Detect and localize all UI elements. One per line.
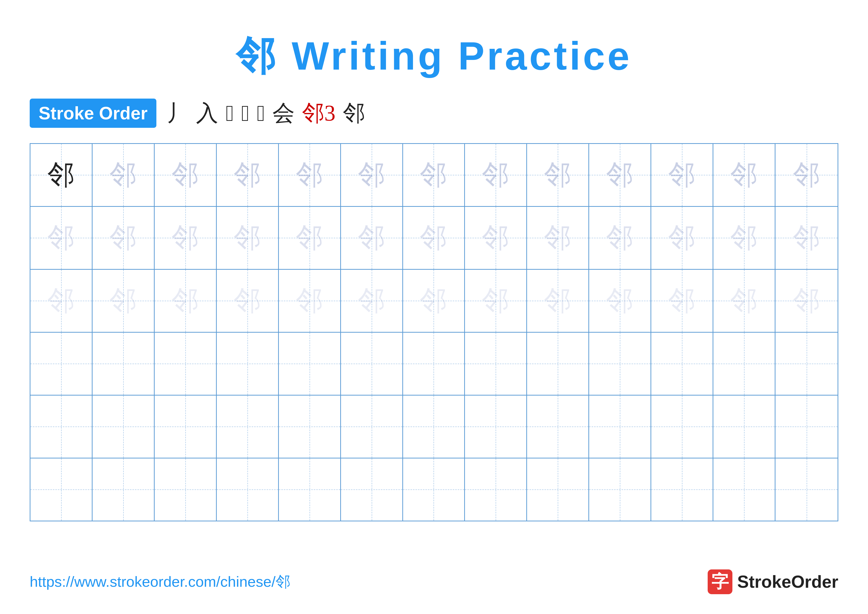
grid-cell[interactable] (775, 459, 837, 521)
grid-cell[interactable] (341, 459, 403, 521)
practice-char: 邻 (48, 287, 75, 314)
grid-cell: 邻 (465, 144, 527, 206)
practice-char: 邻 (110, 224, 137, 252)
grid-cell[interactable] (31, 459, 93, 521)
stroke-7: 邻3 (302, 98, 336, 128)
grid-cell[interactable] (217, 333, 279, 395)
grid-cell[interactable] (775, 396, 837, 458)
practice-char: 邻 (606, 224, 634, 252)
stroke-5: 𠄢 (257, 101, 265, 126)
grid-cell: 邻 (341, 144, 403, 206)
grid-cell[interactable] (93, 396, 155, 458)
grid-cell: 邻 (775, 144, 837, 206)
grid-cell: 邻 (651, 144, 713, 206)
practice-char: 邻 (234, 161, 261, 188)
practice-char: 邻 (420, 287, 447, 314)
grid-cell: 邻 (713, 207, 775, 269)
stroke-order-badge: Stroke Order (30, 99, 157, 128)
practice-char: 邻 (110, 161, 137, 188)
grid-cell[interactable] (279, 459, 341, 521)
grid-cell[interactable] (465, 396, 527, 458)
grid-cell[interactable] (403, 333, 465, 395)
grid-cell[interactable] (465, 333, 527, 395)
grid-cell[interactable] (713, 333, 775, 395)
grid-cell[interactable] (93, 333, 155, 395)
grid-cell: 邻 (217, 207, 279, 269)
grid-cell[interactable] (31, 333, 93, 395)
grid-cell: 邻 (155, 144, 217, 206)
grid-cell[interactable] (713, 459, 775, 521)
grid-cell[interactable] (775, 333, 837, 395)
practice-char: 邻 (48, 161, 75, 188)
grid-cell: 邻 (589, 270, 651, 332)
practice-char: 邻 (668, 161, 696, 188)
grid-cell: 邻 (713, 270, 775, 332)
grid-cell: 邻 (217, 270, 279, 332)
practice-char: 邻 (358, 287, 385, 314)
logo-char: 字 (711, 570, 729, 594)
stroke-2: 入 (196, 98, 218, 128)
grid-cell[interactable] (31, 396, 93, 458)
practice-char: 邻 (730, 161, 758, 188)
stroke-order-section: Stroke Order 丿 入 𠂆 𠃊 𠄢 会 邻3 邻 (30, 98, 838, 128)
footer-logo: 字 StrokeOrder (708, 569, 838, 594)
page-title: 邻 Writing Practice (236, 34, 632, 78)
practice-char: 邻 (606, 161, 634, 188)
grid-cell[interactable] (651, 333, 713, 395)
practice-char: 邻 (482, 287, 509, 314)
grid-cell: 邻 (713, 144, 775, 206)
grid-cell: 邻 (279, 270, 341, 332)
grid-cell[interactable] (155, 459, 217, 521)
practice-char: 邻 (544, 161, 571, 188)
practice-char: 邻 (606, 287, 634, 314)
grid-cell[interactable] (527, 396, 589, 458)
grid-row-3: 邻 邻 邻 邻 邻 邻 邻 邻 邻 邻 邻 邻 邻 (31, 270, 837, 333)
grid-cell: 邻 (589, 207, 651, 269)
grid-cell: 邻 (527, 270, 589, 332)
grid-cell[interactable] (403, 459, 465, 521)
grid-cell[interactable] (217, 459, 279, 521)
grid-row-5 (31, 396, 837, 459)
stroke-3: 𠂆 (226, 101, 234, 126)
footer-url[interactable]: https://www.strokeorder.com/chinese/邻 (30, 572, 290, 592)
grid-cell[interactable] (341, 333, 403, 395)
grid-cell[interactable] (527, 459, 589, 521)
grid-cell[interactable] (341, 396, 403, 458)
grid-cell: 邻 (465, 207, 527, 269)
practice-char: 邻 (544, 287, 571, 314)
grid-cell: 邻 (403, 270, 465, 332)
grid-cell[interactable] (713, 396, 775, 458)
grid-cell[interactable] (155, 396, 217, 458)
stroke-4: 𠃊 (241, 101, 250, 126)
grid-cell: 邻 (527, 144, 589, 206)
practice-char: 邻 (793, 287, 820, 314)
grid-cell[interactable] (589, 333, 651, 395)
grid-cell: 邻 (93, 207, 155, 269)
grid-row-1: 邻 邻 邻 邻 邻 邻 邻 邻 邻 邻 邻 邻 邻 (31, 144, 837, 207)
practice-char: 邻 (793, 224, 820, 252)
grid-cell: 邻 (279, 144, 341, 206)
grid-cell[interactable] (403, 396, 465, 458)
grid-cell[interactable] (527, 333, 589, 395)
grid-cell[interactable] (279, 396, 341, 458)
grid-cell[interactable] (217, 396, 279, 458)
footer: https://www.strokeorder.com/chinese/邻 字 … (30, 569, 838, 594)
grid-cell: 邻 (341, 207, 403, 269)
practice-char: 邻 (172, 224, 199, 252)
grid-cell[interactable] (279, 333, 341, 395)
practice-char: 邻 (172, 161, 199, 188)
practice-char: 邻 (482, 224, 509, 252)
grid-cell: 邻 (527, 207, 589, 269)
grid-cell[interactable] (93, 459, 155, 521)
stroke-6: 会 (273, 98, 295, 128)
grid-cell[interactable] (465, 459, 527, 521)
stroke-8: 邻 (343, 98, 365, 128)
grid-cell[interactable] (155, 333, 217, 395)
practice-char: 邻 (296, 224, 323, 252)
grid-cell[interactable] (589, 396, 651, 458)
grid-cell: 邻 (31, 270, 93, 332)
grid-cell[interactable] (651, 396, 713, 458)
grid-cell[interactable] (589, 459, 651, 521)
grid-cell[interactable] (651, 459, 713, 521)
grid-cell: 邻 (465, 270, 527, 332)
